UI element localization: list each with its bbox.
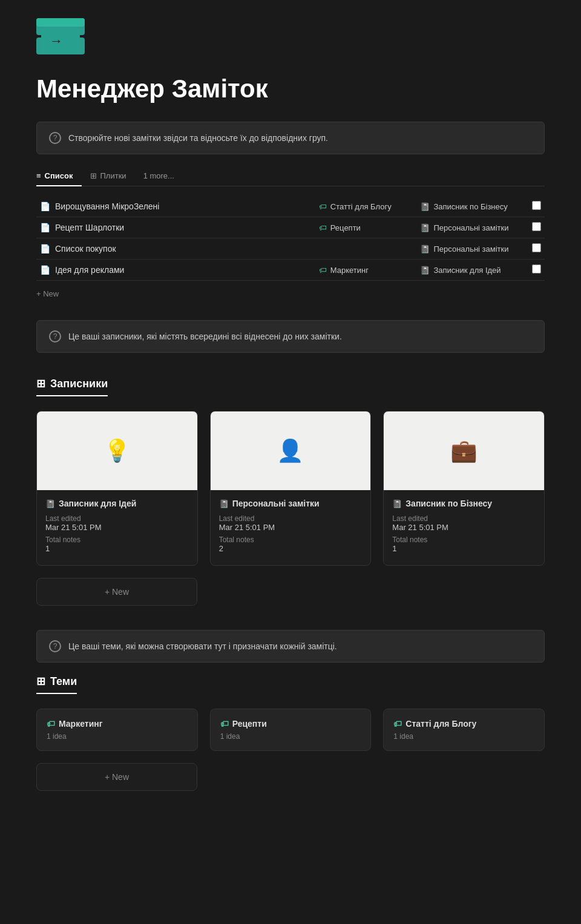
notebooks-info-banner: ? Це ваші записники, які містять всереди… (36, 320, 545, 353)
theme-tag-icon: 🏷 (220, 719, 229, 729)
tag-icon: 🏷 (319, 266, 327, 275)
notebook-card[interactable]: 💡 📓 Записник для Ідей Last edited Mar 21… (36, 411, 198, 566)
notes-info-banner: ? Створюйте нові замітки звідси та відно… (36, 122, 545, 154)
table-row[interactable]: 📄 Вирощування МікроЗелені 🏷Статті для Бл… (36, 196, 545, 217)
notebook-card[interactable]: 💼 📓 Записник по Бізнесу Last edited Mar … (383, 411, 545, 566)
note-notebook-cell: 📓Персональні замітки (416, 238, 528, 260)
themes-title-text: Теми (50, 675, 77, 688)
card-body: 📓 Персональні замітки Last edited Mar 21… (211, 490, 371, 565)
note-checkbox[interactable] (532, 201, 541, 210)
tag-icon: 🏷 (319, 202, 327, 211)
add-notebook-button[interactable]: + New (36, 578, 197, 606)
total-notes-label: Total notes (45, 536, 189, 544)
theme-name: Маркетинг (59, 719, 103, 729)
total-notes-value: 1 (45, 544, 189, 553)
note-tag-cell: 🏷Маркетинг (315, 260, 417, 281)
theme-tag-icon: 🏷 (47, 719, 55, 729)
theme-card[interactable]: 🏷 Рецепти 1 idea (210, 709, 372, 751)
note-name: Список покупок (55, 244, 116, 254)
note-tag-cell (315, 238, 417, 260)
card-preview: 👤 (211, 411, 371, 490)
theme-card-title: 🏷 Статті для Блогу (393, 719, 534, 729)
app-logo: → → (36, 18, 85, 54)
tag-icon: 🏷 (319, 223, 327, 232)
logo-container: → → (36, 18, 545, 56)
note-tag: Статті для Блогу (330, 202, 392, 211)
add-theme-button[interactable]: + New (36, 763, 197, 791)
card-title: 📓 Персональні замітки (219, 499, 363, 508)
last-edited-value: Mar 21 5:01 PM (45, 523, 189, 532)
notes-banner-icon: ? (49, 132, 61, 144)
notebooks-section-title-wrapper: ⊞ Записники (36, 377, 545, 399)
note-tag: Маркетинг (330, 266, 369, 275)
tab-tiles[interactable]: ⊞ Плитки (82, 166, 135, 186)
card-preview: 💡 (37, 411, 197, 490)
themes-section-title: ⊞ Теми (36, 675, 77, 694)
note-checkbox-cell[interactable] (528, 217, 545, 238)
note-name: Вирощування МікроЗелені (55, 202, 159, 211)
notebook-preview-icon: 💡 (103, 438, 131, 464)
card-body: 📓 Записник для Ідей Last edited Mar 21 5… (37, 490, 197, 565)
note-checkbox[interactable] (532, 222, 541, 231)
note-checkbox[interactable] (532, 243, 541, 252)
notebooks-section: ⊞ Записники 💡 📓 Записник для Ідей Last e… (36, 377, 545, 606)
notebook-card[interactable]: 👤 📓 Персональні замітки Last edited Mar … (210, 411, 372, 566)
list-icon: ≡ (36, 171, 41, 180)
total-notes-value: 1 (392, 544, 536, 553)
note-tag: Рецепти (330, 223, 361, 232)
note-name-cell: 📄 Ідея для реклами (36, 260, 214, 281)
note-name-cell: 📄 Рецепт Шарлотки (36, 217, 214, 238)
tab-more[interactable]: 1 more... (135, 166, 183, 186)
note-notebook-cell: 📓Записник для Ідей (416, 260, 528, 281)
notebook-name: Записник по Бізнесу (405, 499, 492, 508)
card-notebook-icon: 📓 (392, 499, 402, 508)
themes-grid-icon: ⊞ (36, 675, 45, 688)
view-tabs: ≡ Список ⊞ Плитки 1 more... (36, 166, 545, 186)
card-title: 📓 Записник по Бізнесу (392, 499, 536, 508)
tab-tiles-label: Плитки (100, 171, 126, 180)
theme-name: Статті для Блогу (405, 719, 476, 729)
tab-list-label: Список (45, 171, 73, 180)
note-tag-cell: 🏷Статті для Блогу (315, 196, 417, 217)
notebook-icon: 📓 (420, 244, 430, 254)
notebooks-title-text: Записники (50, 378, 108, 390)
card-notebook-icon: 📓 (45, 499, 55, 508)
note-checkbox-cell[interactable] (528, 260, 545, 281)
table-row[interactable]: 📄 Рецепт Шарлотки 🏷Рецепти 📓Персональні … (36, 217, 545, 238)
note-name-cell: 📄 Вирощування МікроЗелені (36, 196, 214, 217)
note-checkbox-cell[interactable] (528, 238, 545, 260)
theme-name: Рецепти (232, 719, 267, 729)
add-note-button[interactable]: + New (36, 286, 59, 302)
note-checkbox-cell[interactable] (528, 196, 545, 217)
last-edited-value: Mar 21 5:01 PM (219, 523, 363, 532)
themes-section-title-wrapper: ⊞ Теми (36, 675, 545, 696)
tab-list[interactable]: ≡ Список (36, 166, 82, 186)
table-row[interactable]: 📄 Ідея для реклами 🏷Маркетинг 📓Записник … (36, 260, 545, 281)
card-body: 📓 Записник по Бізнесу Last edited Mar 21… (384, 490, 544, 565)
theme-count: 1 idea (47, 732, 188, 741)
note-icon: 📄 (40, 202, 50, 211)
note-notebook: Записник для Ідей (433, 266, 501, 275)
notebook-preview-icon: 👤 (277, 438, 304, 464)
note-checkbox[interactable] (532, 264, 541, 274)
theme-card-title: 🏷 Маркетинг (47, 719, 188, 729)
note-name: Ідея для реклами (55, 265, 124, 275)
notebooks-banner-icon: ? (49, 330, 61, 342)
theme-count: 1 idea (393, 732, 534, 741)
page-title: Менеджер Заміток (36, 74, 545, 103)
note-name: Рецепт Шарлотки (55, 223, 124, 232)
notebook-name: Записник для Ідей (59, 499, 136, 508)
note-notebook-cell: 📓Записник по Бізнесу (416, 196, 528, 217)
themes-banner-icon: ? (49, 640, 61, 652)
total-notes-label: Total notes (219, 536, 363, 544)
theme-card[interactable]: 🏷 Статті для Блогу 1 idea (383, 709, 545, 751)
last-edited-label: Last edited (219, 514, 363, 523)
table-row[interactable]: 📄 Список покупок 📓Персональні замітки (36, 238, 545, 260)
notebooks-banner-text: Це ваші записники, які містять всередині… (68, 332, 342, 341)
notebook-icon: 📓 (420, 223, 430, 232)
theme-card[interactable]: 🏷 Маркетинг 1 idea (36, 709, 198, 751)
note-icon: 📄 (40, 244, 50, 254)
themes-section: ⊞ Теми 🏷 Маркетинг 1 idea 🏷 Рецепти 1 id… (36, 675, 545, 791)
themes-info-banner: ? Це ваші теми, які можна створювати тут… (36, 630, 545, 663)
notes-table: 📄 Вирощування МікроЗелені 🏷Статті для Бл… (36, 196, 545, 281)
